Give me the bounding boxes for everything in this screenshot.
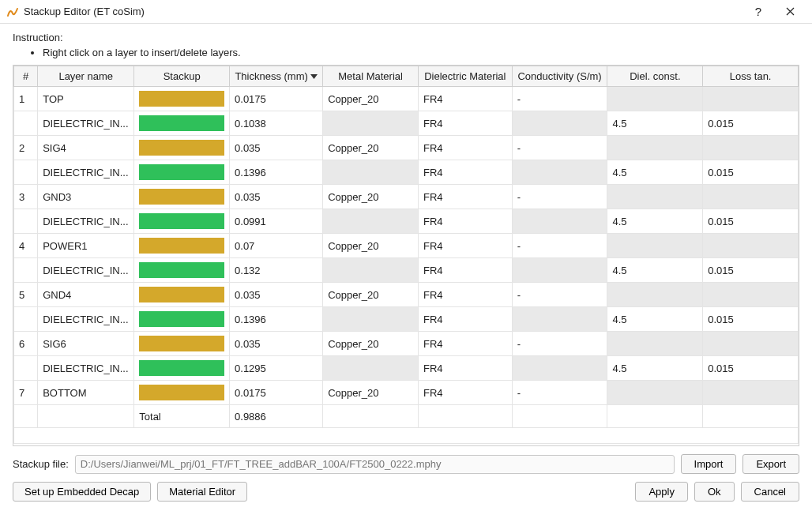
cell-metal[interactable]: Copper_20 <box>323 136 419 160</box>
cell-stackup[interactable] <box>134 111 230 136</box>
cancel-button[interactable]: Cancel <box>741 482 799 502</box>
cell-stackup[interactable] <box>134 87 230 111</box>
cell-metal[interactable] <box>323 209 419 234</box>
cell-metal[interactable]: Copper_20 <box>323 234 419 258</box>
table-row[interactable]: 3GND30.035Copper_20FR4- <box>14 185 799 209</box>
cell-dielectric[interactable]: FR4 <box>418 136 512 160</box>
cell-layer-name[interactable]: SIG4 <box>38 136 134 160</box>
col-conductivity[interactable]: Conductivity (S/m) <box>512 66 607 87</box>
ok-button[interactable]: Ok <box>694 482 735 502</box>
table-row[interactable]: 5GND40.035Copper_20FR4- <box>14 283 799 307</box>
cell-dielectric[interactable]: FR4 <box>418 258 512 283</box>
stackup-table[interactable]: # Layer name Stackup Thickness (mm) Meta… <box>13 66 799 444</box>
cell-metal[interactable] <box>323 356 419 381</box>
cell-diel-const[interactable] <box>607 283 703 307</box>
cell-metal[interactable]: Copper_20 <box>323 87 419 111</box>
cell-layer-name[interactable]: POWER1 <box>38 234 134 258</box>
cell-stackup[interactable] <box>134 136 230 160</box>
apply-button[interactable]: Apply <box>635 482 688 502</box>
col-loss-tan[interactable]: Loss tan. <box>703 66 799 87</box>
cell-stackup[interactable] <box>134 307 230 332</box>
cell-loss-tan[interactable] <box>703 283 799 307</box>
cell-stackup[interactable] <box>134 209 230 234</box>
cell-loss-tan[interactable]: 0.015 <box>703 307 799 332</box>
help-button[interactable]: ? <box>742 0 774 24</box>
cell-conductivity[interactable]: - <box>512 381 607 405</box>
cell-conductivity[interactable] <box>512 209 607 234</box>
cell-metal[interactable]: Copper_20 <box>323 381 419 405</box>
cell-loss-tan[interactable] <box>703 136 799 160</box>
cell-dielectric[interactable]: FR4 <box>418 111 512 136</box>
embedded-decap-button[interactable]: Set up Embedded Decap <box>13 482 151 502</box>
cell-num[interactable] <box>14 307 38 332</box>
cell-dielectric[interactable]: FR4 <box>418 332 512 356</box>
cell-loss-tan[interactable]: 0.015 <box>703 160 799 185</box>
cell-layer-name[interactable]: DIELECTRIC_IN... <box>38 111 134 136</box>
cell-diel-const[interactable]: 4.5 <box>607 209 703 234</box>
table-row[interactable]: DIELECTRIC_IN...0.0991FR44.50.015 <box>14 209 799 234</box>
cell-diel-const[interactable]: 4.5 <box>607 258 703 283</box>
cell-metal[interactable] <box>323 111 419 136</box>
cell-num[interactable]: 2 <box>14 136 38 160</box>
cell-num[interactable]: 5 <box>14 283 38 307</box>
cell-num[interactable] <box>14 258 38 283</box>
cell-loss-tan[interactable]: 0.015 <box>703 356 799 381</box>
cell-diel-const[interactable]: 4.5 <box>607 111 703 136</box>
cell-layer-name[interactable]: SIG6 <box>38 332 134 356</box>
cell-loss-tan[interactable] <box>703 87 799 111</box>
cell-metal[interactable] <box>323 160 419 185</box>
material-editor-button[interactable]: Material Editor <box>157 482 247 502</box>
cell-stackup[interactable] <box>134 234 230 258</box>
cell-dielectric[interactable]: FR4 <box>418 87 512 111</box>
cell-loss-tan[interactable]: 0.015 <box>703 258 799 283</box>
cell-conductivity[interactable]: - <box>512 185 607 209</box>
cell-num[interactable] <box>14 209 38 234</box>
cell-conductivity[interactable]: - <box>512 136 607 160</box>
cell-thickness[interactable]: 0.1295 <box>230 356 323 381</box>
table-row[interactable]: DIELECTRIC_IN...0.132FR44.50.015 <box>14 258 799 283</box>
cell-conductivity[interactable] <box>512 111 607 136</box>
cell-thickness[interactable]: 0.035 <box>230 136 323 160</box>
col-thickness[interactable]: Thickness (mm) <box>230 66 323 87</box>
cell-diel-const[interactable] <box>607 381 703 405</box>
import-button[interactable]: Import <box>681 454 737 474</box>
cell-metal[interactable] <box>323 307 419 332</box>
cell-loss-tan[interactable]: 0.015 <box>703 209 799 234</box>
table-row[interactable]: DIELECTRIC_IN...0.1295FR44.50.015 <box>14 356 799 381</box>
cell-num[interactable]: 3 <box>14 185 38 209</box>
cell-thickness[interactable]: 0.1038 <box>230 111 323 136</box>
cell-dielectric[interactable]: FR4 <box>418 356 512 381</box>
cell-diel-const[interactable]: 4.5 <box>607 307 703 332</box>
cell-stackup[interactable] <box>134 356 230 381</box>
cell-stackup[interactable] <box>134 332 230 356</box>
cell-layer-name[interactable]: GND4 <box>38 283 134 307</box>
cell-stackup[interactable] <box>134 283 230 307</box>
cell-conductivity[interactable]: - <box>512 332 607 356</box>
export-button[interactable]: Export <box>742 454 799 474</box>
cell-dielectric[interactable]: FR4 <box>418 283 512 307</box>
cell-conductivity[interactable] <box>512 160 607 185</box>
cell-dielectric[interactable]: FR4 <box>418 234 512 258</box>
cell-dielectric[interactable]: FR4 <box>418 307 512 332</box>
cell-dielectric[interactable]: FR4 <box>418 185 512 209</box>
cell-layer-name[interactable]: BOTTOM <box>38 381 134 405</box>
cell-layer-name[interactable]: DIELECTRIC_IN... <box>38 209 134 234</box>
cell-metal[interactable]: Copper_20 <box>323 283 419 307</box>
cell-dielectric[interactable]: FR4 <box>418 381 512 405</box>
table-row[interactable]: 7BOTTOM0.0175Copper_20FR4- <box>14 381 799 405</box>
cell-thickness[interactable]: 0.035 <box>230 283 323 307</box>
cell-thickness[interactable]: 0.1396 <box>230 160 323 185</box>
cell-dielectric[interactable]: FR4 <box>418 160 512 185</box>
cell-diel-const[interactable]: 4.5 <box>607 356 703 381</box>
cell-metal[interactable] <box>323 258 419 283</box>
cell-layer-name[interactable]: GND3 <box>38 185 134 209</box>
cell-num[interactable]: 1 <box>14 87 38 111</box>
cell-diel-const[interactable] <box>607 136 703 160</box>
close-button[interactable] <box>774 0 806 24</box>
cell-diel-const[interactable] <box>607 185 703 209</box>
cell-loss-tan[interactable] <box>703 185 799 209</box>
cell-num[interactable]: 7 <box>14 381 38 405</box>
cell-stackup[interactable] <box>134 381 230 405</box>
cell-loss-tan[interactable]: 0.015 <box>703 111 799 136</box>
cell-loss-tan[interactable] <box>703 234 799 258</box>
